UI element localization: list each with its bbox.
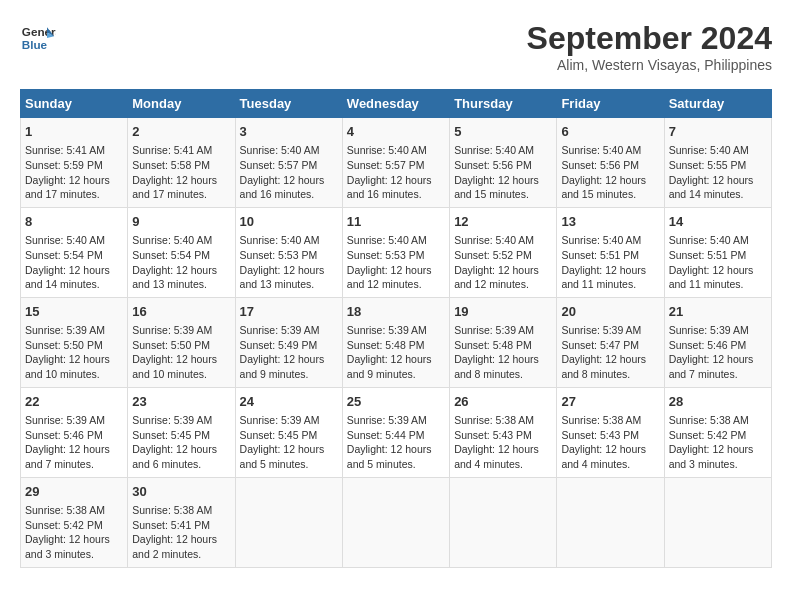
calendar-cell: 3Sunrise: 5:40 AM Sunset: 5:57 PM Daylig… (235, 118, 342, 208)
day-info: Sunrise: 5:38 AM Sunset: 5:43 PM Dayligh… (454, 413, 552, 472)
day-number: 16 (132, 303, 230, 321)
day-number: 14 (669, 213, 767, 231)
day-number: 11 (347, 213, 445, 231)
day-number: 22 (25, 393, 123, 411)
calendar-cell: 28Sunrise: 5:38 AM Sunset: 5:42 PM Dayli… (664, 387, 771, 477)
day-info: Sunrise: 5:40 AM Sunset: 5:55 PM Dayligh… (669, 143, 767, 202)
calendar-cell: 22Sunrise: 5:39 AM Sunset: 5:46 PM Dayli… (21, 387, 128, 477)
day-info: Sunrise: 5:40 AM Sunset: 5:57 PM Dayligh… (240, 143, 338, 202)
calendar-cell: 27Sunrise: 5:38 AM Sunset: 5:43 PM Dayli… (557, 387, 664, 477)
logo-icon: General Blue (20, 20, 56, 56)
weekday-header-friday: Friday (557, 90, 664, 118)
day-info: Sunrise: 5:40 AM Sunset: 5:51 PM Dayligh… (561, 233, 659, 292)
calendar-cell: 6Sunrise: 5:40 AM Sunset: 5:56 PM Daylig… (557, 118, 664, 208)
month-title: September 2024 (527, 20, 772, 57)
calendar-cell: 5Sunrise: 5:40 AM Sunset: 5:56 PM Daylig… (450, 118, 557, 208)
day-number: 30 (132, 483, 230, 501)
day-number: 2 (132, 123, 230, 141)
calendar-week-row: 29Sunrise: 5:38 AM Sunset: 5:42 PM Dayli… (21, 477, 772, 567)
calendar-cell: 18Sunrise: 5:39 AM Sunset: 5:48 PM Dayli… (342, 297, 449, 387)
day-number: 9 (132, 213, 230, 231)
calendar-cell (235, 477, 342, 567)
day-info: Sunrise: 5:39 AM Sunset: 5:44 PM Dayligh… (347, 413, 445, 472)
day-number: 17 (240, 303, 338, 321)
calendar-cell: 4Sunrise: 5:40 AM Sunset: 5:57 PM Daylig… (342, 118, 449, 208)
day-number: 1 (25, 123, 123, 141)
day-info: Sunrise: 5:39 AM Sunset: 5:47 PM Dayligh… (561, 323, 659, 382)
day-number: 29 (25, 483, 123, 501)
day-info: Sunrise: 5:41 AM Sunset: 5:58 PM Dayligh… (132, 143, 230, 202)
calendar-table: SundayMondayTuesdayWednesdayThursdayFrid… (20, 89, 772, 568)
calendar-cell: 2Sunrise: 5:41 AM Sunset: 5:58 PM Daylig… (128, 118, 235, 208)
calendar-week-row: 1Sunrise: 5:41 AM Sunset: 5:59 PM Daylig… (21, 118, 772, 208)
day-number: 3 (240, 123, 338, 141)
weekday-header-row: SundayMondayTuesdayWednesdayThursdayFrid… (21, 90, 772, 118)
calendar-cell: 1Sunrise: 5:41 AM Sunset: 5:59 PM Daylig… (21, 118, 128, 208)
weekday-header-saturday: Saturday (664, 90, 771, 118)
day-info: Sunrise: 5:41 AM Sunset: 5:59 PM Dayligh… (25, 143, 123, 202)
day-info: Sunrise: 5:40 AM Sunset: 5:52 PM Dayligh… (454, 233, 552, 292)
calendar-cell: 10Sunrise: 5:40 AM Sunset: 5:53 PM Dayli… (235, 207, 342, 297)
day-info: Sunrise: 5:39 AM Sunset: 5:46 PM Dayligh… (669, 323, 767, 382)
svg-text:Blue: Blue (22, 38, 48, 51)
day-info: Sunrise: 5:39 AM Sunset: 5:45 PM Dayligh… (132, 413, 230, 472)
weekday-header-tuesday: Tuesday (235, 90, 342, 118)
weekday-header-wednesday: Wednesday (342, 90, 449, 118)
calendar-cell: 9Sunrise: 5:40 AM Sunset: 5:54 PM Daylig… (128, 207, 235, 297)
calendar-week-row: 22Sunrise: 5:39 AM Sunset: 5:46 PM Dayli… (21, 387, 772, 477)
day-info: Sunrise: 5:39 AM Sunset: 5:50 PM Dayligh… (132, 323, 230, 382)
day-info: Sunrise: 5:40 AM Sunset: 5:54 PM Dayligh… (132, 233, 230, 292)
calendar-cell: 15Sunrise: 5:39 AM Sunset: 5:50 PM Dayli… (21, 297, 128, 387)
calendar-cell: 20Sunrise: 5:39 AM Sunset: 5:47 PM Dayli… (557, 297, 664, 387)
calendar-cell (342, 477, 449, 567)
day-info: Sunrise: 5:40 AM Sunset: 5:54 PM Dayligh… (25, 233, 123, 292)
weekday-header-monday: Monday (128, 90, 235, 118)
day-number: 5 (454, 123, 552, 141)
day-info: Sunrise: 5:39 AM Sunset: 5:46 PM Dayligh… (25, 413, 123, 472)
calendar-cell: 12Sunrise: 5:40 AM Sunset: 5:52 PM Dayli… (450, 207, 557, 297)
day-number: 6 (561, 123, 659, 141)
day-number: 26 (454, 393, 552, 411)
day-number: 25 (347, 393, 445, 411)
calendar-cell: 11Sunrise: 5:40 AM Sunset: 5:53 PM Dayli… (342, 207, 449, 297)
weekday-header-sunday: Sunday (21, 90, 128, 118)
day-info: Sunrise: 5:40 AM Sunset: 5:57 PM Dayligh… (347, 143, 445, 202)
calendar-cell (664, 477, 771, 567)
title-block: September 2024 Alim, Western Visayas, Ph… (527, 20, 772, 73)
calendar-cell: 29Sunrise: 5:38 AM Sunset: 5:42 PM Dayli… (21, 477, 128, 567)
calendar-cell: 25Sunrise: 5:39 AM Sunset: 5:44 PM Dayli… (342, 387, 449, 477)
day-info: Sunrise: 5:40 AM Sunset: 5:53 PM Dayligh… (347, 233, 445, 292)
calendar-cell: 30Sunrise: 5:38 AM Sunset: 5:41 PM Dayli… (128, 477, 235, 567)
day-number: 21 (669, 303, 767, 321)
calendar-cell: 14Sunrise: 5:40 AM Sunset: 5:51 PM Dayli… (664, 207, 771, 297)
day-number: 13 (561, 213, 659, 231)
day-number: 28 (669, 393, 767, 411)
weekday-header-thursday: Thursday (450, 90, 557, 118)
day-number: 8 (25, 213, 123, 231)
calendar-cell: 16Sunrise: 5:39 AM Sunset: 5:50 PM Dayli… (128, 297, 235, 387)
day-info: Sunrise: 5:38 AM Sunset: 5:43 PM Dayligh… (561, 413, 659, 472)
calendar-cell: 7Sunrise: 5:40 AM Sunset: 5:55 PM Daylig… (664, 118, 771, 208)
day-info: Sunrise: 5:38 AM Sunset: 5:42 PM Dayligh… (25, 503, 123, 562)
calendar-cell: 19Sunrise: 5:39 AM Sunset: 5:48 PM Dayli… (450, 297, 557, 387)
calendar-cell: 24Sunrise: 5:39 AM Sunset: 5:45 PM Dayli… (235, 387, 342, 477)
calendar-cell (557, 477, 664, 567)
day-number: 18 (347, 303, 445, 321)
day-number: 20 (561, 303, 659, 321)
day-info: Sunrise: 5:39 AM Sunset: 5:48 PM Dayligh… (454, 323, 552, 382)
day-info: Sunrise: 5:39 AM Sunset: 5:45 PM Dayligh… (240, 413, 338, 472)
day-info: Sunrise: 5:40 AM Sunset: 5:56 PM Dayligh… (561, 143, 659, 202)
calendar-week-row: 8Sunrise: 5:40 AM Sunset: 5:54 PM Daylig… (21, 207, 772, 297)
day-number: 7 (669, 123, 767, 141)
day-info: Sunrise: 5:40 AM Sunset: 5:51 PM Dayligh… (669, 233, 767, 292)
calendar-cell: 26Sunrise: 5:38 AM Sunset: 5:43 PM Dayli… (450, 387, 557, 477)
day-number: 10 (240, 213, 338, 231)
day-info: Sunrise: 5:39 AM Sunset: 5:48 PM Dayligh… (347, 323, 445, 382)
day-number: 24 (240, 393, 338, 411)
calendar-cell: 8Sunrise: 5:40 AM Sunset: 5:54 PM Daylig… (21, 207, 128, 297)
page-header: General Blue September 2024 Alim, Wester… (20, 20, 772, 73)
calendar-cell: 23Sunrise: 5:39 AM Sunset: 5:45 PM Dayli… (128, 387, 235, 477)
day-info: Sunrise: 5:38 AM Sunset: 5:41 PM Dayligh… (132, 503, 230, 562)
day-number: 12 (454, 213, 552, 231)
location-subtitle: Alim, Western Visayas, Philippines (527, 57, 772, 73)
